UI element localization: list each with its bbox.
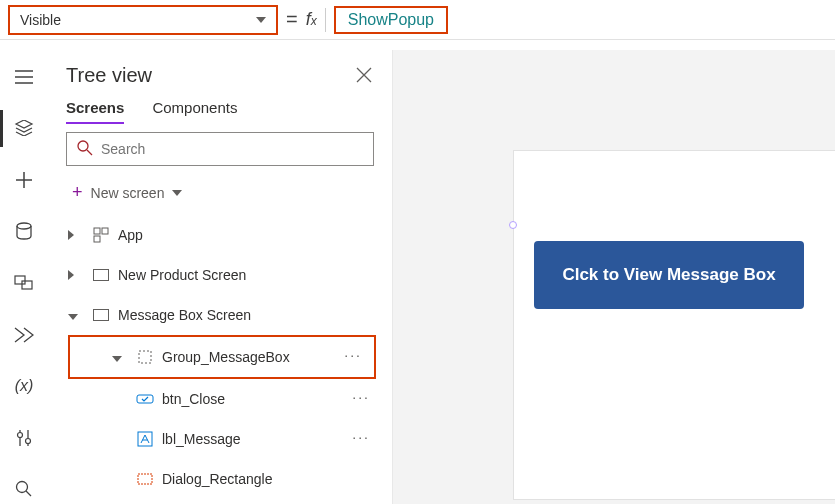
svg-point-3: [18, 432, 23, 437]
svg-rect-11: [94, 310, 109, 321]
tree-item-group-messagebox[interactable]: Group_MessageBox ···: [70, 337, 374, 377]
svg-rect-15: [138, 474, 152, 484]
search-input[interactable]: [66, 132, 374, 166]
svg-point-4: [26, 438, 31, 443]
rail-media[interactable]: [0, 268, 48, 298]
tree-item-label: Dialog_Rectangle: [162, 471, 273, 487]
plus-icon: +: [72, 182, 83, 203]
svg-point-6: [78, 141, 88, 151]
fx-icon: fx: [306, 9, 317, 30]
tree-item-lbl-message[interactable]: lbl_Message ···: [58, 419, 382, 459]
new-screen-button[interactable]: + New screen: [58, 178, 382, 215]
screen-icon: [92, 309, 110, 321]
tree-item-btn-close[interactable]: btn_Close ···: [58, 379, 382, 419]
rail-tree-view[interactable]: [0, 114, 48, 144]
more-icon[interactable]: ···: [352, 429, 370, 445]
tree-item-label: Group_MessageBox: [162, 349, 290, 365]
tree-item-label: lbl_Message: [162, 431, 241, 447]
label-icon: [136, 431, 154, 447]
app-icon: [92, 227, 110, 243]
chevron-down-icon: [256, 17, 266, 23]
tree-item-new-product-screen[interactable]: New Product Screen: [58, 255, 382, 295]
svg-rect-1: [15, 276, 25, 284]
property-dropdown[interactable]: Visible: [8, 5, 278, 35]
rail-powerautomate[interactable]: [0, 320, 48, 350]
svg-rect-13: [137, 395, 153, 403]
formula-bar: Visible = fx ShowPopup: [0, 0, 835, 40]
tab-screens[interactable]: Screens: [66, 99, 124, 124]
tree-item-group-messagebox-selected: Group_MessageBox ···: [68, 335, 376, 379]
screen-canvas[interactable]: Clck to View Message Box: [513, 150, 835, 500]
tree-item-label: New Product Screen: [118, 267, 246, 283]
svg-rect-8: [102, 228, 108, 234]
tree-list: App New Product Screen Message Box Scree…: [58, 215, 382, 499]
rectangle-icon: [136, 472, 154, 486]
selection-handle[interactable]: [509, 221, 517, 229]
tree-tabs: Screens Components: [58, 99, 382, 132]
chevron-down-icon: [68, 314, 78, 320]
tree-item-label: App: [118, 227, 143, 243]
new-screen-label: New screen: [91, 185, 165, 201]
view-message-box-button[interactable]: Clck to View Message Box: [534, 241, 804, 309]
chevron-down-icon: [172, 190, 182, 196]
chevron-right-icon: [68, 270, 74, 280]
divider: [325, 8, 326, 32]
formula-input[interactable]: ShowPopup: [334, 6, 448, 34]
svg-rect-7: [94, 228, 100, 234]
tree-item-app[interactable]: App: [58, 215, 382, 255]
tree-item-label: Message Box Screen: [118, 307, 251, 323]
tree-view-title: Tree view: [66, 64, 152, 87]
rail-insert[interactable]: [0, 165, 48, 195]
svg-point-5: [17, 482, 28, 493]
group-icon: [136, 349, 154, 365]
search-icon: [76, 139, 94, 161]
screen-icon: [92, 269, 110, 281]
tree-item-message-box-screen[interactable]: Message Box Screen: [58, 295, 382, 335]
chevron-down-icon: [112, 356, 122, 362]
tab-components[interactable]: Components: [152, 99, 237, 124]
svg-rect-12: [139, 351, 151, 363]
rail-tools[interactable]: [0, 423, 48, 453]
svg-point-0: [17, 223, 31, 229]
equals-sign: =: [286, 8, 298, 31]
tree-view-panel: Tree view Screens Components + New scree…: [48, 50, 393, 504]
button-icon: [136, 392, 154, 406]
close-icon[interactable]: [356, 67, 374, 85]
canvas-area: Clck to View Message Box: [393, 50, 835, 504]
more-icon[interactable]: ···: [344, 347, 362, 363]
svg-rect-9: [94, 236, 100, 242]
tree-item-dialog-rectangle[interactable]: Dialog_Rectangle: [58, 459, 382, 499]
more-icon[interactable]: ···: [352, 389, 370, 405]
property-name: Visible: [20, 12, 61, 28]
left-rail: (x): [0, 50, 48, 504]
svg-rect-2: [22, 281, 32, 289]
svg-rect-10: [94, 270, 109, 281]
rail-hamburger[interactable]: [0, 62, 48, 92]
rail-variables[interactable]: (x): [0, 371, 48, 401]
chevron-right-icon: [68, 230, 74, 240]
tree-item-label: btn_Close: [162, 391, 225, 407]
rail-search[interactable]: [0, 475, 48, 505]
rail-data[interactable]: [0, 217, 48, 247]
